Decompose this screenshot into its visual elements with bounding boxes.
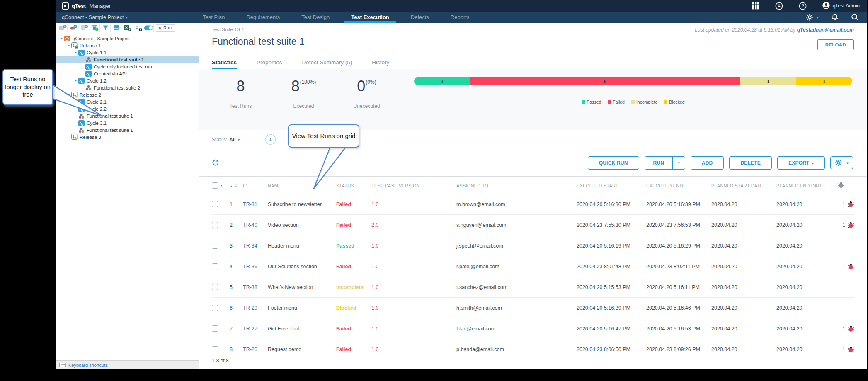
col-test-case-version[interactable]: TEST CASE VERSION	[371, 177, 456, 194]
delete-icon[interactable]	[90, 24, 100, 32]
row-select[interactable]	[212, 194, 230, 215]
user-menu[interactable]: qTest Admin	[822, 2, 860, 10]
defect-count[interactable]: 1	[842, 263, 854, 270]
defect-count[interactable]: 1	[842, 201, 854, 208]
tree-item-cycle-1-1[interactable]: ▾Cycle 1.1	[56, 49, 199, 56]
nav-tab-test-design[interactable]: Test Design	[291, 12, 340, 23]
test-run-name: Request demo	[268, 339, 336, 352]
download-icon[interactable]	[775, 2, 783, 10]
tree-item-cycle-3-1[interactable]: Cycle 3.1	[56, 119, 199, 126]
row-select[interactable]	[212, 235, 230, 256]
col-executed-end[interactable]: EXECUTED END	[646, 177, 711, 194]
test-run-id-link[interactable]: TR-27	[243, 326, 257, 332]
notifications-bell-icon[interactable]	[831, 13, 839, 21]
add-filter-button[interactable]: +	[265, 134, 276, 145]
row-checkbox[interactable]	[212, 346, 218, 352]
col-select[interactable]: ▾	[212, 177, 230, 194]
col-assigned-to[interactable]: ASSIGNED TO	[456, 177, 577, 194]
defect-count[interactable]: 1	[842, 325, 854, 332]
apps-grid-icon[interactable]	[752, 2, 759, 10]
select-all-checkbox[interactable]	[212, 182, 218, 189]
project-selector[interactable]: qConnect - Sample Project ▾	[62, 15, 128, 20]
test-run-id-link[interactable]: TR-36	[243, 264, 257, 269]
test-run-id-link[interactable]: TR-31	[243, 201, 257, 207]
help-icon[interactable]: ?	[799, 2, 807, 10]
row-select[interactable]	[212, 318, 230, 339]
export-report-icon[interactable]	[133, 24, 143, 32]
add-release-icon[interactable]	[58, 24, 68, 32]
add-test-suite-icon[interactable]	[68, 24, 78, 32]
row-select[interactable]	[212, 298, 230, 318]
tree-item-qconnect-sample-project[interactable]: ▾qConnect - Sample Project	[56, 35, 199, 42]
defect-count[interactable]: 1	[842, 222, 854, 228]
col-executed-start[interactable]: EXECUTED START	[577, 177, 646, 194]
row-checkbox[interactable]	[212, 325, 218, 332]
grid-settings-button[interactable]: ▾	[830, 156, 853, 169]
tree-item-functional-test-suite-1[interactable]: Functional test suite 1	[56, 56, 199, 63]
row-select[interactable]	[212, 277, 230, 298]
run-button-label[interactable]: RUN	[645, 157, 673, 169]
annotation-callout-grid: View Test Runs on grid	[288, 124, 359, 148]
nav-tab-requirements[interactable]: Requirements	[235, 12, 291, 23]
status-filter-value[interactable]: All	[229, 137, 235, 143]
tree-item-functional-test-suite-1[interactable]: Functional test suite 1	[56, 126, 199, 133]
row-checkbox[interactable]	[212, 263, 218, 269]
test-run-id-link[interactable]: TR-26	[243, 347, 257, 352]
last-updated-user-link[interactable]: qTestadmin@email.com	[797, 27, 854, 33]
row-checkbox[interactable]	[212, 284, 218, 290]
row-select[interactable]	[212, 339, 230, 352]
data-query-icon[interactable]	[112, 24, 121, 32]
row-checkbox[interactable]	[212, 243, 218, 249]
row-select[interactable]	[212, 215, 230, 235]
suite-tab-statistics[interactable]: Statistics	[212, 57, 237, 69]
tree-item-cycle-only-included-test-run[interactable]: Cycle only included test run	[56, 63, 199, 70]
add-build-icon[interactable]	[79, 24, 89, 32]
test-run-id-link[interactable]: TR-38	[243, 284, 257, 290]
suite-tab-defect-summary-5[interactable]: Defect Summary (5)	[302, 57, 352, 69]
tree-expand-caret[interactable]: ▾	[59, 36, 64, 40]
col-planned-end-date[interactable]: PLANNED END DATE	[776, 177, 838, 194]
defect-count[interactable]: 1	[842, 346, 854, 352]
tree-item-created-via-api[interactable]: Created via API	[56, 70, 199, 77]
row-checkbox[interactable]	[212, 305, 218, 311]
run-button[interactable]: RUN ▾	[645, 156, 685, 170]
export-excel-icon[interactable]	[122, 24, 132, 32]
tree-expand-caret[interactable]: ▾	[73, 51, 78, 54]
nav-tab-test-plan[interactable]: Test Plan	[192, 12, 235, 23]
toggle-view-icon[interactable]	[144, 24, 154, 32]
suite-tab-properties[interactable]: Properties	[257, 57, 282, 69]
run-dropdown-caret[interactable]: ▾	[672, 157, 685, 169]
search-icon[interactable]	[851, 13, 859, 21]
test-run-name: What's New section	[268, 277, 336, 298]
row-select[interactable]	[212, 256, 230, 277]
tree-expand-caret[interactable]: ▾	[66, 44, 71, 47]
col-defects-bug-icon[interactable]	[838, 177, 854, 194]
page-title: Functional test suite 1	[212, 36, 305, 47]
refresh-icon[interactable]	[212, 159, 219, 166]
export-button[interactable]: EXPORT▾	[777, 156, 825, 170]
filter-icon[interactable]	[101, 24, 111, 32]
test-run-id-link[interactable]: TR-34	[243, 243, 257, 249]
export-button-label: EXPORT	[788, 160, 810, 166]
keyboard-shortcuts-link[interactable]: Keyboard shortcuts	[68, 363, 108, 368]
quick-run-button[interactable]: QUICK RUN	[588, 156, 639, 170]
test-run-id-link[interactable]: TR-40	[243, 222, 257, 228]
col-id[interactable]: ID	[243, 177, 268, 194]
select-dropdown-caret[interactable]: ▾	[221, 184, 222, 187]
col-number[interactable]: ▲#	[230, 177, 243, 194]
delete-button[interactable]: DELETE	[729, 156, 772, 170]
test-run-id-link[interactable]: TR-29	[243, 305, 257, 311]
row-checkbox[interactable]	[212, 222, 218, 228]
tree-item-release-3[interactable]: ★Release 3	[56, 133, 199, 141]
nav-tab-defects[interactable]: Defects	[400, 12, 440, 23]
col-planned-start-date[interactable]: PLANNED START DATE	[711, 177, 776, 194]
nav-tab-reports[interactable]: Reports	[440, 12, 480, 23]
row-checkbox[interactable]	[212, 201, 218, 207]
settings-gear-icon[interactable]: ▾	[806, 13, 819, 21]
tree-item-release-1[interactable]: ▾Release 1	[56, 42, 199, 49]
nav-tab-test-execution[interactable]: Test Execution	[340, 12, 400, 23]
reload-button[interactable]: RELOAD	[817, 39, 854, 50]
add-button[interactable]: ADD	[691, 156, 724, 170]
tree-run-button[interactable]: ▶Run	[156, 24, 175, 32]
suite-tab-history[interactable]: History	[372, 57, 389, 69]
